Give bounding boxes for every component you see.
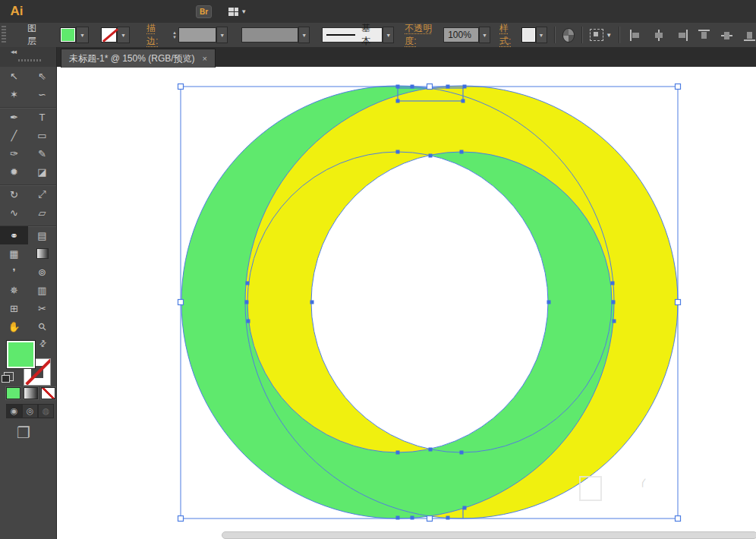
artwork[interactable] xyxy=(0,0,756,539)
anchor-point[interactable] xyxy=(411,85,414,89)
menu-help[interactable] xyxy=(167,0,184,23)
menu-type[interactable] xyxy=(83,0,100,23)
anchor-point[interactable] xyxy=(396,150,400,154)
slice-tool[interactable]: ✂ xyxy=(28,299,56,317)
menu-edit[interactable] xyxy=(50,0,67,23)
workspace-switcher[interactable]: ▼ xyxy=(228,8,247,16)
align-vertical-middle-button[interactable] xyxy=(721,30,733,41)
gradient-tool[interactable] xyxy=(28,244,56,263)
menu-file[interactable] xyxy=(33,0,50,23)
anchor-point[interactable] xyxy=(446,516,450,520)
none-button[interactable] xyxy=(41,387,55,399)
direct-selection-tool[interactable]: ⇖ xyxy=(28,67,56,85)
opacity-field[interactable]: 100% xyxy=(443,27,479,43)
bounding-box-handle[interactable] xyxy=(676,84,681,90)
brush-definition-field[interactable]: 基本 xyxy=(322,27,383,43)
bounding-box-handle[interactable] xyxy=(427,516,433,522)
magic-wand-tool[interactable]: ✶ xyxy=(0,85,28,103)
anchor-point[interactable] xyxy=(460,150,464,154)
close-icon[interactable]: × xyxy=(203,54,207,63)
collapse-panel-icon[interactable]: ◂◂ xyxy=(11,48,16,55)
free-transform-tool[interactable]: ▱ xyxy=(28,203,56,222)
anchor-point[interactable] xyxy=(247,320,250,323)
anchor-point[interactable] xyxy=(429,154,433,158)
anchor-point[interactable] xyxy=(463,506,467,510)
lasso-tool[interactable]: ∽ xyxy=(28,85,56,103)
anchor-point[interactable] xyxy=(246,282,250,285)
style-label[interactable]: 样式: xyxy=(499,22,518,48)
bounding-box-handle[interactable] xyxy=(178,516,184,522)
anchor-point[interactable] xyxy=(460,451,464,455)
color-button[interactable] xyxy=(6,387,20,399)
pencil-tool[interactable]: ✎ xyxy=(28,144,56,162)
align-horizontal-right-button[interactable] xyxy=(676,30,688,41)
horizontal-scrollbar[interactable] xyxy=(222,531,756,539)
mesh-tool[interactable]: ▦ xyxy=(0,244,28,263)
panel-grip[interactable] xyxy=(2,26,6,44)
fill-color-control[interactable]: ▼ xyxy=(60,27,89,43)
anchor-point[interactable] xyxy=(310,301,314,304)
bounding-box-handle[interactable] xyxy=(178,300,184,305)
anchor-point[interactable] xyxy=(396,516,400,520)
align-horizontal-left-button[interactable] xyxy=(630,30,642,41)
blob-brush-tool[interactable]: ✹ xyxy=(0,162,28,181)
rotate-tool[interactable]: ↻ xyxy=(0,185,28,203)
align-horizontal-center-button[interactable] xyxy=(653,30,665,41)
type-tool[interactable]: T xyxy=(28,108,56,126)
fill-dropdown-button[interactable]: ▼ xyxy=(76,27,89,43)
anchor-point[interactable] xyxy=(446,85,450,89)
anchor-point[interactable] xyxy=(547,301,551,304)
menu-select[interactable] xyxy=(100,0,117,23)
menu-window[interactable] xyxy=(150,0,167,23)
style-dropdown[interactable]: ▼ xyxy=(536,27,547,43)
swap-fill-stroke-icon[interactable]: ⇄ xyxy=(37,338,49,350)
symbol-sprayer-tool[interactable]: ✵ xyxy=(0,281,28,299)
opacity-label[interactable]: 不透明度: xyxy=(405,22,439,48)
align-vertical-bottom-button[interactable] xyxy=(744,30,756,41)
anchor-point[interactable] xyxy=(396,99,400,103)
brush-dropdown[interactable]: ▼ xyxy=(383,27,394,43)
stroke-weight-field[interactable] xyxy=(178,27,216,43)
shape-builder-tool[interactable]: ⚭ xyxy=(0,226,28,244)
width-profile-field[interactable] xyxy=(241,27,298,43)
artboard-tool[interactable]: ⊞ xyxy=(0,299,28,317)
stroke-dropdown-button[interactable]: ▼ xyxy=(117,27,130,43)
scale-tool[interactable]: ⤢ xyxy=(28,185,56,203)
bounding-box-handle[interactable] xyxy=(676,300,681,305)
menu-effect[interactable] xyxy=(117,0,134,23)
anchor-point[interactable] xyxy=(461,99,465,103)
perspective-grid-tool[interactable]: ▤ xyxy=(28,226,56,244)
anchor-point[interactable] xyxy=(613,320,616,323)
stroke-color-swatch[interactable] xyxy=(101,27,117,43)
line-segment-tool[interactable]: ╱ xyxy=(0,126,28,144)
anchor-point[interactable] xyxy=(396,85,400,89)
bounding-box-handle[interactable] xyxy=(427,84,433,90)
paintbrush-tool[interactable]: ✑ xyxy=(0,144,28,162)
transform-button[interactable]: ▼ xyxy=(590,29,612,41)
bounding-box-handle[interactable] xyxy=(178,84,184,90)
anchor-point[interactable] xyxy=(245,301,249,304)
stroke-weight-stepper[interactable]: ▲ ▼ xyxy=(172,30,177,39)
eraser-tool[interactable]: ◪ xyxy=(28,162,56,181)
column-graph-tool[interactable]: ▥ xyxy=(28,281,56,299)
draw-normal-mode[interactable]: ◉ xyxy=(6,404,22,418)
draw-behind-mode[interactable]: ◎ xyxy=(22,404,38,418)
panel-grip[interactable] xyxy=(18,59,41,61)
anchor-point[interactable] xyxy=(463,85,467,89)
default-fill-stroke-icon[interactable] xyxy=(4,372,14,381)
bounding-box-handle[interactable] xyxy=(676,516,681,522)
menu-view[interactable] xyxy=(134,0,150,23)
hand-tool[interactable]: ✋ xyxy=(0,317,28,336)
rectangle-tool[interactable]: ▭ xyxy=(28,126,56,144)
gradient-button[interactable] xyxy=(24,387,38,399)
anchor-point[interactable] xyxy=(411,516,414,520)
width-profile-dropdown[interactable]: ▼ xyxy=(298,27,310,43)
fill-indicator[interactable] xyxy=(6,340,36,369)
anchor-point[interactable] xyxy=(612,301,616,304)
draw-inside-mode[interactable]: ◍ xyxy=(38,404,54,418)
document-tab[interactable]: 未标题-1* @ 150% (RGB/预览) × xyxy=(61,49,216,68)
pen-tool[interactable]: ✒ xyxy=(0,108,28,126)
stepper-down-icon[interactable]: ▼ xyxy=(172,35,177,39)
fill-color-swatch[interactable] xyxy=(60,27,76,43)
stroke-weight-label[interactable]: 描边: xyxy=(146,22,165,48)
